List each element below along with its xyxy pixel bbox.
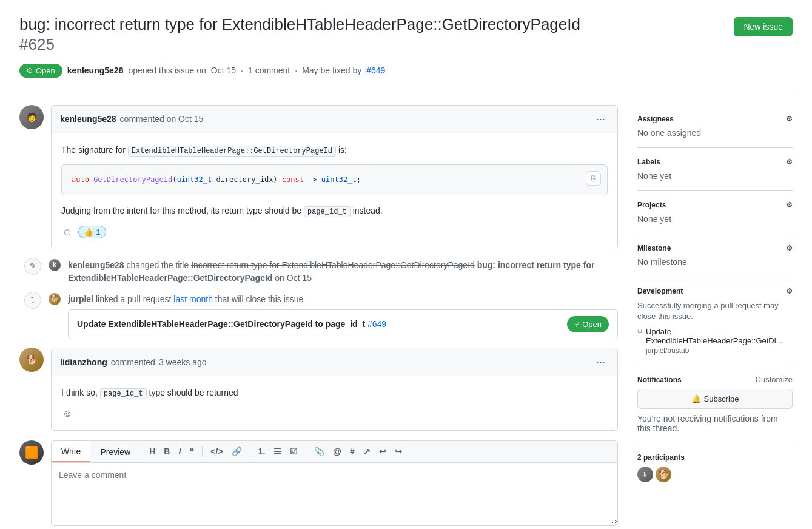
timeline-avatar-kenleung: k: [49, 259, 61, 271]
comment-author-2[interactable]: lidianzhong: [60, 357, 107, 367]
fixed-pr-link[interactable]: #649: [366, 66, 385, 75]
open-badge: ⊙ Open: [19, 64, 62, 78]
inline-code-2: page_id_t: [304, 206, 351, 217]
comment-box-2: lidianzhong commented 3 weeks ago ··· I …: [51, 348, 618, 431]
projects-title: Projects: [637, 201, 666, 209]
pr-link-box: Update ExtendibleHTableHeaderPage::GetDi…: [68, 309, 618, 340]
reactions-1: ☺ 👍 1: [61, 226, 608, 239]
bold-button[interactable]: B: [161, 445, 173, 458]
ordered-list-button[interactable]: 1.: [255, 445, 269, 458]
timeline-title-content: kenleung5e28 changed the title Incorrect…: [68, 259, 618, 285]
new-issue-button[interactable]: New issue: [734, 17, 793, 36]
subscribe-label: Subscribe: [704, 394, 739, 403]
avatar-kenleung: 🧑: [19, 105, 44, 129]
labels-title: Labels: [637, 158, 660, 166]
quote-button[interactable]: ❝: [186, 445, 197, 458]
add-reaction-button-2[interactable]: ☺: [61, 407, 73, 420]
timeline-pr-content: jurplel linked a pull request last month…: [68, 293, 618, 340]
issue-title: bug: incorrect return type for Extendibl…: [19, 15, 580, 35]
notifications-desc: You're not receiving notifications from …: [637, 414, 793, 433]
participants-title: 2 participants: [637, 453, 793, 462]
redo-button[interactable]: ↪: [392, 445, 405, 458]
comment-body-1: The signature for ExtendibleHTableHeader…: [52, 133, 617, 249]
avatar-current-user: 🟧: [19, 440, 44, 465]
notifications-section: Notifications Customize 🔔 Subscribe You'…: [637, 365, 793, 443]
undo-button[interactable]: ↩: [376, 445, 389, 458]
comment-box-1: kenleung5e28 commented on Oct 15 ··· The…: [51, 105, 618, 249]
assignees-title: Assignees: [637, 115, 674, 123]
projects-section: Projects ⚙ None yet: [637, 191, 793, 234]
link-button[interactable]: 🔗: [229, 445, 245, 458]
unordered-list-button[interactable]: ☰: [270, 445, 284, 458]
timeline-avatar-jurplel: 🐕: [49, 293, 61, 305]
comment-body-2: I think so, page_id_t type should be ret…: [52, 376, 617, 430]
comment-author-1[interactable]: kenleung5e28: [60, 114, 116, 124]
milestone-value: No milestone: [637, 257, 793, 267]
dev-pr-title[interactable]: Update ExtendibleHTableHeaderPage::GetDi…: [646, 327, 793, 345]
toolbar-divider-2: [250, 446, 250, 457]
timeline-pr-link: ⤵ 🐕 jurplel linked a pull request last m…: [19, 293, 618, 340]
comment-header-2: lidianzhong commented 3 weeks ago ···: [52, 348, 617, 376]
issue-number: #625: [19, 35, 580, 54]
projects-gear-icon[interactable]: ⚙: [786, 201, 793, 209]
old-title: Incorrect return type for ExtendibleHTab…: [191, 260, 475, 270]
toolbar-divider-3: [306, 446, 306, 457]
subscribe-button[interactable]: 🔔 Subscribe: [637, 389, 793, 409]
pr-link-icon: ⤵: [24, 292, 41, 309]
timeline-author-2[interactable]: jurplel: [68, 294, 93, 304]
editor-toolbar: H B I ❝ </> 🔗 1. ☰ ☑ 📎: [140, 441, 617, 462]
comment-menu-button-2[interactable]: ···: [592, 354, 609, 369]
participant-avatar-1[interactable]: k: [637, 467, 653, 482]
task-list-button[interactable]: ☑: [287, 445, 301, 458]
cross-ref-button[interactable]: ↗: [360, 445, 374, 458]
italic-button[interactable]: I: [175, 445, 184, 458]
development-section: Development ⚙ Successfully merging a pul…: [637, 277, 793, 365]
add-comment-section: 🟧 Write Preview H B I ❝ </> 🔗: [19, 440, 618, 526]
development-desc: Successfully merging a pull request may …: [637, 300, 793, 322]
mention-button[interactable]: @: [330, 445, 344, 458]
development-title: Development: [637, 287, 683, 295]
pr-git-icon: ⑂: [574, 318, 579, 331]
projects-value: None yet: [637, 214, 793, 224]
comment-text-1b: Judging from the intent for this method,…: [61, 204, 608, 218]
comment-action-1: commented on Oct 15: [120, 114, 204, 124]
timeline-suffix: that will close this issue: [215, 294, 304, 304]
dev-pr-item: ⑂ Update ExtendibleHTableHeaderPage::Get…: [637, 327, 793, 355]
comment-menu-button-1[interactable]: ···: [592, 112, 609, 127]
content-area: 🧑 kenleung5e28 commented on Oct 15 ··· T…: [19, 105, 618, 526]
development-gear-icon[interactable]: ⚙: [786, 287, 793, 295]
labels-section: Labels ⚙ None yet: [637, 148, 793, 191]
reference-button[interactable]: #: [347, 445, 358, 458]
milestone-gear-icon[interactable]: ⚙: [786, 244, 793, 252]
timeline-date-1: on Oct 15: [275, 273, 312, 283]
timeline-author-1[interactable]: kenleung5e28: [68, 260, 124, 270]
preview-tab[interactable]: Preview: [90, 441, 140, 462]
copy-code-button[interactable]: ⎘: [586, 171, 601, 186]
inline-code-1: ExtendibleHTableHeaderPage::GetDirectory…: [128, 146, 336, 157]
attach-button[interactable]: 📎: [311, 445, 327, 458]
add-reaction-button-1[interactable]: ☺: [61, 226, 73, 239]
issue-comment-count: 1 comment: [248, 66, 290, 75]
code-button[interactable]: </>: [207, 445, 226, 458]
sidebar: Assignees ⚙ No one assigned Labels ⚙ Non…: [637, 105, 793, 492]
assignees-gear-icon[interactable]: ⚙: [786, 115, 793, 123]
assignees-value: No one assigned: [637, 128, 793, 138]
customize-link[interactable]: Customize: [756, 375, 793, 384]
thumbs-up-reaction[interactable]: 👍 1: [78, 226, 106, 238]
comment-editor: Write Preview H B I ❝ </> 🔗 1. ☰: [51, 440, 618, 526]
participants-section: 2 participants k 🐕: [637, 443, 793, 492]
participant-avatar-2[interactable]: 🐕: [656, 467, 671, 482]
heading-button[interactable]: H: [146, 445, 158, 458]
comment-text-1a: The signature for ExtendibleHTableHeader…: [61, 143, 608, 157]
avatar-lidianzhong: 🐕: [19, 348, 44, 372]
comment-textarea[interactable]: [52, 463, 617, 524]
labels-gear-icon[interactable]: ⚙: [786, 158, 793, 166]
code-block-1: auto GetDirectoryPageId(uint32_t directo…: [61, 164, 608, 195]
issue-separator1: ·: [241, 66, 243, 75]
pr-time-link[interactable]: last month: [173, 294, 213, 304]
write-tab[interactable]: Write: [52, 441, 90, 462]
pr-status-label: Open: [582, 318, 602, 331]
open-circle-icon: ⊙: [27, 66, 33, 75]
pr-number-link[interactable]: #649: [367, 319, 386, 329]
pr-link-title[interactable]: Update ExtendibleHTableHeaderPage::GetDi…: [77, 319, 386, 329]
